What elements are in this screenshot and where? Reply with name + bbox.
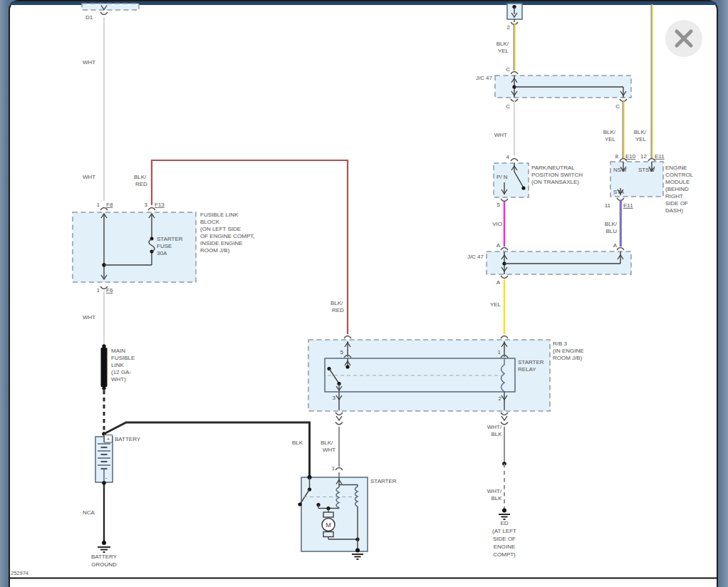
starter-pin1: 1 xyxy=(332,465,336,472)
battery-ground-label-1: BATTERY xyxy=(91,554,118,560)
park-neutral-switch: 4 P/ N 5 PARK/NEUTRAL POSITION SWITCH (O… xyxy=(494,154,583,208)
wht-blk-label-1a: WHT/ xyxy=(487,424,502,430)
battery-minus: - xyxy=(105,474,108,481)
pin-f13: F13 xyxy=(155,202,165,208)
ecm-note-5: RIGHT xyxy=(665,193,683,199)
wiring-diagram: D1 WHT WHT BLK/ RED BLK/ RED 1 F8 3 F13 … xyxy=(0,0,728,587)
blk-yel-label-3a: BLK/ xyxy=(634,129,647,135)
mfl-note-1: MAIN xyxy=(111,348,125,354)
blk-blu-label-a: BLK/ xyxy=(605,221,618,227)
pnp-pin4: 4 xyxy=(506,154,510,160)
starter-assembly: STARTER M xyxy=(298,475,396,559)
ed-note-3: SIDE OF xyxy=(493,536,516,542)
c-right-label: C xyxy=(615,103,620,110)
pin-f8: F8 xyxy=(106,202,113,208)
blk-blu-label-b: BLU xyxy=(605,228,617,234)
relay-name-1: STARTER xyxy=(518,359,544,365)
yel-wire: YEL xyxy=(490,279,504,334)
starter-label: STARTER xyxy=(370,478,397,484)
ecm-note-3: MODULE xyxy=(665,179,690,185)
main-fusible-link: MAIN FUSIBLE LINK (12 GA- WHT) xyxy=(101,344,135,432)
wht-label-3: WHT xyxy=(83,314,95,321)
ground-icon xyxy=(98,541,110,552)
motor-m-label: M xyxy=(326,521,331,529)
ed-note-5: COMPT) xyxy=(493,551,516,558)
mfl-note-3: LINK xyxy=(111,362,124,368)
blk-red-label-1b: RED xyxy=(135,181,147,187)
ecm-pin11: 11 xyxy=(605,202,611,209)
blk-wht-label-b: WHT xyxy=(323,447,336,453)
starter-relay-block: 5 1 STARTER RELAY 3 2 R/B 3 (IN ENGINE R… xyxy=(308,336,584,425)
relay-pin5: 5 xyxy=(340,349,344,355)
yel-label: YEL xyxy=(490,301,501,308)
ecm-note-2: CONTROL xyxy=(665,172,694,178)
ed-note-4: ENGINE xyxy=(494,544,516,550)
relay-name-2: RELAY xyxy=(518,366,536,373)
a-right-label: A xyxy=(613,242,618,249)
jc47-upper-label: J/C 47 xyxy=(476,75,493,81)
ecm-e11b: E11 xyxy=(623,202,633,209)
wht-blk-label-2a: WHT/ xyxy=(487,488,502,494)
ed-note-2: (AT LEFT xyxy=(492,528,516,534)
close-button[interactable] xyxy=(665,20,702,57)
pnp-note-2: POSITION SWITCH xyxy=(531,172,583,178)
relay-pin2: 2 xyxy=(499,395,502,402)
blk-red-label-2b: RED xyxy=(332,307,344,313)
wht-blk-label-1b: BLK xyxy=(491,431,502,437)
ecm-note-4: (BEHIND xyxy=(665,186,689,192)
ecm-note-7: DASH) xyxy=(665,207,683,214)
blk-yel-wire-mid: BLK/ YEL xyxy=(603,101,624,158)
wht-label-4: WHT xyxy=(494,132,507,138)
pin-f13-num: 3 xyxy=(145,202,148,208)
pnp-pin5: 5 xyxy=(497,202,501,208)
rb3-note-3: ROOM J/B) xyxy=(553,355,583,361)
relay-pin3: 3 xyxy=(333,395,336,401)
c-left-label: C xyxy=(506,103,510,110)
blk-red-label-1a: BLK/ xyxy=(134,174,147,180)
wht-label-1: WHT xyxy=(83,59,95,66)
a-bottom-label: A xyxy=(496,279,501,286)
blk-yel-label-2b: YEL xyxy=(605,136,616,142)
blk-yel-wire-right: BLK/ YEL xyxy=(634,4,652,158)
pin-f6: F6 xyxy=(106,287,113,294)
mfl-note-2: FUSIBLE xyxy=(111,355,135,361)
diagram-number: 252974 xyxy=(11,570,28,576)
fuse-label-3: 30A xyxy=(157,250,167,256)
ed-ground: WHT/ BLK WHT/ BLK ED (AT LEFT SIDE OF EN… xyxy=(487,424,516,558)
flb-note-6: ROOM J/B) xyxy=(200,247,230,254)
ignition-pin2: 2 xyxy=(507,24,511,31)
engine-control-module: 8 E10 12 E11 NSW STSW STA 11 E11 ENGINE … xyxy=(605,153,694,214)
ecm-note-6: SIDE OF xyxy=(665,200,688,207)
ecm-e10: E10 xyxy=(625,153,636,160)
blk-yel-label-3b: YEL xyxy=(635,136,647,142)
jc47-lower-label: J/C 47 xyxy=(467,254,484,260)
pnp-note-3: (ON TRANSAXLE) xyxy=(531,179,579,185)
ecm-e11: E11 xyxy=(655,153,665,160)
fuse-label-2: FUSE xyxy=(157,243,172,249)
ecm-nsw: NSW xyxy=(613,167,627,173)
blk-yel-wire-top: BLK/ YEL C xyxy=(496,24,515,73)
pin-f8-num: 1 xyxy=(97,202,100,208)
flb-note-4: OF ENGINE COMPT, xyxy=(200,233,254,239)
blk-label: BLK xyxy=(292,440,303,446)
pnp-positions: P/ N xyxy=(496,174,508,180)
nca-label: NCA xyxy=(83,509,95,516)
rb3-note-1: R/B 3 xyxy=(553,341,568,347)
battery-feed-wire: BLK xyxy=(102,422,309,476)
ground-icon xyxy=(499,509,510,520)
ecm-stsw: STSW xyxy=(638,167,655,173)
junction-jc47-lower: A A J/C 47 A xyxy=(467,242,631,286)
battery-plus: + xyxy=(107,436,110,442)
flb-note-3: (ON LEFT SIDE xyxy=(200,226,241,232)
blk-red-label-2a: BLK/ xyxy=(331,300,343,306)
blk-yel-label-2a: BLK/ xyxy=(603,129,616,135)
blk-yel-label-1b: YEL xyxy=(498,48,509,54)
ecm-pin8: 8 xyxy=(615,153,619,160)
battery-ground: NCA BATTERY GROUND xyxy=(83,481,118,568)
c-top-label: C xyxy=(506,66,510,73)
fusible-link-block: 1 F8 3 F13 1 F6 STARTER FUSE 30A FUSIBLE… xyxy=(73,202,254,294)
junction-jc47-upper: J/C 47 C C xyxy=(476,72,631,110)
fuse-label-1: STARTER xyxy=(157,236,183,242)
a-left-label: A xyxy=(496,242,501,249)
relay-pin1: 1 xyxy=(498,349,501,355)
